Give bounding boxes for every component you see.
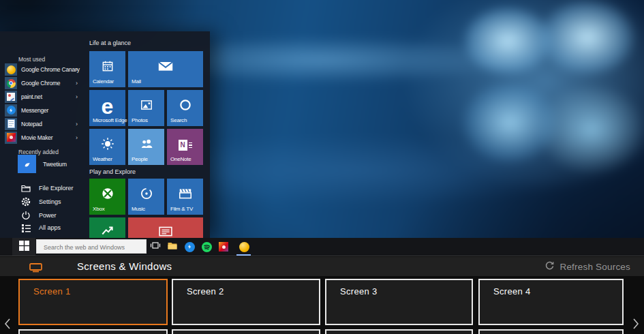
- gear-icon: [20, 196, 31, 207]
- submenu-arrow-icon[interactable]: ›: [76, 66, 78, 73]
- edge-icon: e: [102, 95, 114, 117]
- movie-maker-icon: [219, 242, 228, 252]
- tile-people[interactable]: People: [128, 129, 164, 165]
- mail-icon: [157, 60, 174, 75]
- sun-icon: [100, 136, 115, 154]
- most-used-header: Most used: [18, 56, 45, 63]
- refresh-sources-button[interactable]: Refresh Sources: [545, 260, 630, 273]
- start-menu: Most used Google Chrome Canary › Google …: [0, 31, 210, 238]
- task-view-icon: [150, 241, 161, 253]
- chrome-canary-button[interactable]: [236, 238, 252, 256]
- submenu-arrow-icon[interactable]: ›: [76, 93, 78, 100]
- screen-card-2[interactable]: Screen 2: [172, 279, 320, 325]
- folder-icon: [20, 183, 31, 194]
- paintnet-icon: [5, 91, 17, 103]
- spotify-icon: [202, 242, 212, 252]
- desktop: Most used Google Chrome Canary › Google …: [0, 0, 644, 256]
- photos-icon: [140, 99, 153, 114]
- tile-photos[interactable]: Photos: [128, 90, 164, 126]
- screen-card-partial[interactable]: [478, 329, 624, 334]
- tile-film-tv[interactable]: Film & TV: [167, 179, 203, 215]
- power-icon: [20, 210, 31, 221]
- messenger-icon: [185, 242, 195, 252]
- active-app-underline: [236, 254, 251, 256]
- app-row-movie-maker[interactable]: Movie Maker ›: [0, 131, 87, 145]
- tile-mail[interactable]: Mail: [128, 51, 203, 87]
- tile-group-title: Life at a glance: [89, 40, 131, 46]
- tile-news-partial[interactable]: [128, 217, 203, 238]
- chrome-canary-icon: [5, 63, 17, 76]
- screens-windows-panel: Screens & Windows Refresh Sources Screen…: [0, 256, 644, 334]
- taskbar: [0, 238, 644, 256]
- onenote-icon: N: [179, 140, 192, 151]
- submenu-arrow-icon[interactable]: ›: [76, 121, 78, 127]
- tile-search[interactable]: Search: [167, 90, 203, 126]
- app-row-notepad[interactable]: Notepad ›: [0, 117, 87, 131]
- notepad-icon: [5, 118, 17, 130]
- app-row-google-chrome[interactable]: Google Chrome ›: [0, 76, 87, 90]
- screen-label: Screen 2: [187, 286, 224, 297]
- screen-card-partial[interactable]: [172, 329, 320, 334]
- app-row-paintnet[interactable]: paint.net ›: [0, 90, 87, 104]
- tile-onenote[interactable]: N OneNote: [167, 129, 203, 165]
- screen-card-4[interactable]: Screen 4: [478, 279, 624, 325]
- file-explorer-button[interactable]: [164, 238, 181, 256]
- tile-calendar[interactable]: Calendar: [89, 51, 125, 87]
- newspaper-icon: [157, 224, 174, 238]
- refresh-icon: [545, 260, 555, 273]
- movie-maker-button[interactable]: [215, 238, 232, 256]
- search-ring-icon: [179, 98, 192, 115]
- sidebar-item-file-explorer[interactable]: File Explorer: [0, 181, 87, 195]
- xbox-icon: [100, 186, 115, 204]
- tile-music[interactable]: Music: [128, 179, 164, 215]
- people-icon: [140, 138, 153, 153]
- submenu-arrow-icon[interactable]: ›: [76, 134, 78, 141]
- app-row-messenger[interactable]: Messenger: [0, 104, 87, 117]
- sidebar-item-settings[interactable]: Settings: [0, 195, 87, 209]
- all-apps-icon: [20, 222, 31, 233]
- screen-card-partial[interactable]: [18, 329, 168, 334]
- app-row-google-chrome-canary[interactable]: Google Chrome Canary ›: [0, 63, 87, 76]
- panel-header: Screens & Windows Refresh Sources: [0, 257, 644, 276]
- app-row-tweetium[interactable]: Tweetium: [0, 155, 87, 173]
- panel-title: Screens & Windows: [77, 260, 172, 272]
- movie-maker-icon: [5, 132, 17, 144]
- windows-logo-icon: [19, 241, 29, 254]
- tile-money-partial[interactable]: [89, 217, 125, 238]
- scroll-left-button[interactable]: [3, 318, 14, 331]
- messenger-icon: [5, 104, 17, 117]
- screen-label: Screen 3: [340, 286, 377, 297]
- submenu-arrow-icon[interactable]: ›: [76, 80, 78, 87]
- chrome-canary-icon: [239, 242, 249, 252]
- scroll-right-button[interactable]: [632, 318, 643, 331]
- messenger-button[interactable]: [181, 238, 198, 256]
- sidebar-item-power[interactable]: Power: [0, 209, 87, 222]
- chrome-icon: [5, 77, 17, 89]
- tile-group-title: Play and Explore: [89, 168, 136, 175]
- folder-icon: [167, 241, 178, 253]
- search-input[interactable]: [37, 241, 146, 254]
- screen-card-1[interactable]: Screen 1: [18, 279, 168, 325]
- monitor-icon: [29, 263, 42, 275]
- tile-weather[interactable]: Weather: [89, 129, 125, 165]
- screen-card-partial[interactable]: [325, 329, 473, 334]
- tile-microsoft-edge[interactable]: e Microsoft Edge: [89, 90, 125, 126]
- music-icon: [139, 186, 154, 204]
- tweetium-icon: [18, 155, 36, 173]
- clapperboard-icon: [178, 187, 193, 203]
- calendar-icon: [101, 59, 114, 76]
- screen-card-3[interactable]: Screen 3: [325, 279, 473, 325]
- screen: Most used Google Chrome Canary › Google …: [0, 0, 644, 334]
- refresh-label: Refresh Sources: [559, 262, 630, 272]
- tile-xbox[interactable]: Xbox: [89, 179, 125, 215]
- taskbar-search[interactable]: [36, 239, 147, 254]
- start-button[interactable]: [12, 238, 35, 256]
- screen-label: Screen 4: [493, 286, 530, 297]
- stock-chart-icon: [100, 224, 115, 238]
- task-view-button[interactable]: [147, 238, 164, 256]
- spotify-button[interactable]: [198, 238, 215, 256]
- screen-label: Screen 1: [33, 286, 70, 297]
- sidebar-item-all-apps[interactable]: All apps: [0, 221, 87, 234]
